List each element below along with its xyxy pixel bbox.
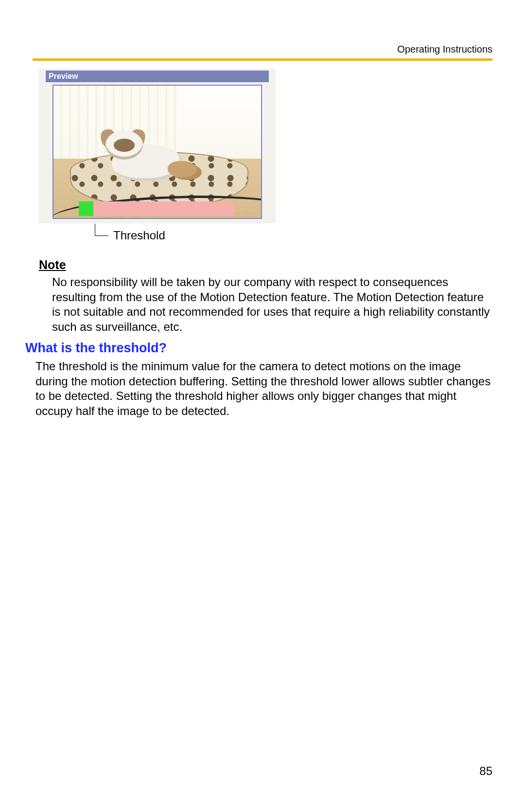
motion-level-bar bbox=[93, 201, 234, 216]
threshold-indicator-icon bbox=[79, 201, 93, 216]
callout-line bbox=[95, 235, 108, 236]
camera-preview-image bbox=[53, 86, 261, 218]
preview-background: Preview bbox=[39, 69, 276, 223]
threshold-callout-label: Threshold bbox=[113, 229, 165, 242]
page-number: 85 bbox=[479, 764, 492, 778]
header-label: Operating Instructions bbox=[397, 44, 492, 55]
preview-title: Preview bbox=[46, 71, 269, 82]
section-heading: What is the threshold? bbox=[25, 341, 167, 356]
note-body: No responsibility will be taken by our c… bbox=[52, 275, 492, 335]
preview-image-frame bbox=[52, 85, 262, 219]
note-heading: Note bbox=[39, 258, 66, 272]
page: Operating Instructions Preview bbox=[33, 0, 492, 812]
preview-panel: Preview bbox=[39, 69, 276, 223]
callout-line bbox=[95, 224, 95, 235]
section-divider bbox=[33, 58, 492, 61]
section-body: The threshold is the minimum value for t… bbox=[35, 359, 492, 419]
